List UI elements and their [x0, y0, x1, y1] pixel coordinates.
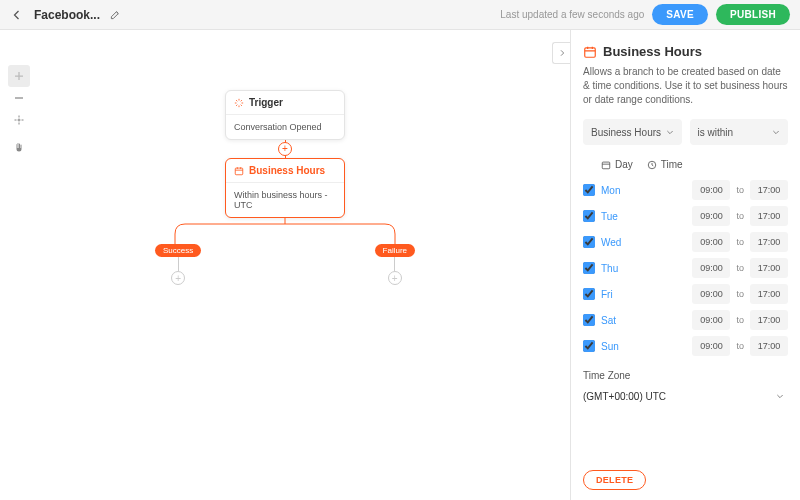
- day-checkbox[interactable]: [583, 236, 595, 248]
- header-bar: Facebook... Last updated a few seconds a…: [0, 0, 800, 30]
- day-row: Wed09:00to17:00: [583, 232, 788, 252]
- day-row: Fri09:00to17:00: [583, 284, 788, 304]
- time-from-input[interactable]: 09:00: [692, 258, 730, 278]
- time-to-input[interactable]: 17:00: [750, 336, 788, 356]
- time-to-input[interactable]: 17:00: [750, 284, 788, 304]
- field-select[interactable]: Business Hours: [583, 119, 682, 145]
- trigger-node-body: Conversation Opened: [226, 115, 344, 139]
- properties-sidebar: Business Hours Allows a branch to be cre…: [570, 30, 800, 500]
- mode-tabs: Day Time: [583, 159, 788, 170]
- day-label: Mon: [601, 185, 627, 196]
- day-checkbox[interactable]: [583, 262, 595, 274]
- flow-name: Facebook...: [34, 8, 100, 22]
- day-tab-label: Day: [615, 159, 633, 170]
- time-from-input[interactable]: 09:00: [692, 206, 730, 226]
- trigger-node-title: Trigger: [249, 97, 283, 108]
- svg-rect-3: [602, 162, 610, 169]
- day-checkbox[interactable]: [583, 184, 595, 196]
- trigger-node-header: Trigger: [226, 91, 344, 115]
- collapse-sidebar-button[interactable]: [552, 42, 570, 64]
- to-label: to: [736, 237, 744, 247]
- zoom-in-button[interactable]: [8, 65, 30, 87]
- day-label: Thu: [601, 263, 627, 274]
- condition-select-value: is within: [698, 127, 734, 138]
- timezone-section: Time Zone (GMT+00:00) UTC: [583, 370, 788, 407]
- day-checkbox[interactable]: [583, 340, 595, 352]
- time-from-input[interactable]: 09:00: [692, 284, 730, 304]
- day-tab[interactable]: Day: [601, 159, 633, 170]
- day-checkbox[interactable]: [583, 314, 595, 326]
- time-to-input[interactable]: 17:00: [750, 310, 788, 330]
- day-row: Sat09:00to17:00: [583, 310, 788, 330]
- trigger-icon: [234, 98, 244, 108]
- chevron-down-icon: [776, 392, 784, 400]
- zoom-out-button[interactable]: [8, 87, 30, 109]
- publish-button[interactable]: PUBLISH: [716, 4, 790, 25]
- time-from-input[interactable]: 09:00: [692, 336, 730, 356]
- header-right: Last updated a few seconds ago SAVE PUBL…: [500, 4, 790, 25]
- time-tab[interactable]: Time: [647, 159, 683, 170]
- last-updated-label: Last updated a few seconds ago: [500, 9, 644, 20]
- business-hours-node-header: Business Hours: [226, 159, 344, 183]
- time-to-input[interactable]: 17:00: [750, 232, 788, 252]
- time-from-input[interactable]: 09:00: [692, 180, 730, 200]
- condition-selects: Business Hours is within: [583, 119, 788, 145]
- day-label: Fri: [601, 289, 627, 300]
- time-to-input[interactable]: 17:00: [750, 180, 788, 200]
- success-connector: [178, 257, 179, 271]
- field-select-value: Business Hours: [591, 127, 661, 138]
- add-step-button[interactable]: +: [278, 142, 292, 156]
- success-branch: Success +: [155, 244, 201, 285]
- failure-pill[interactable]: Failure: [375, 244, 415, 257]
- pan-button[interactable]: [8, 137, 30, 159]
- timezone-label: Time Zone: [583, 370, 788, 381]
- time-from-input[interactable]: 09:00: [692, 232, 730, 252]
- back-button[interactable]: [10, 8, 24, 22]
- to-label: to: [736, 289, 744, 299]
- timezone-value: (GMT+00:00) UTC: [583, 391, 666, 402]
- branch-row: Success + Failure +: [155, 244, 415, 285]
- day-label: Sun: [601, 341, 627, 352]
- delete-button[interactable]: DELETE: [583, 470, 646, 490]
- add-failure-step[interactable]: +: [388, 271, 402, 285]
- flow-canvas[interactable]: Trigger Conversation Opened + Business H…: [0, 30, 570, 500]
- failure-connector: [394, 257, 395, 271]
- day-row: Mon09:00to17:00: [583, 180, 788, 200]
- day-checkbox[interactable]: [583, 210, 595, 222]
- business-hours-node[interactable]: Business Hours Within business hours - U…: [225, 158, 345, 218]
- success-pill[interactable]: Success: [155, 244, 201, 257]
- fit-view-button[interactable]: [8, 109, 30, 131]
- connector-1: +: [285, 140, 286, 158]
- svg-rect-2: [585, 47, 596, 56]
- header-left: Facebook...: [10, 8, 122, 22]
- day-label: Tue: [601, 211, 627, 222]
- to-label: to: [736, 341, 744, 351]
- pencil-icon[interactable]: [110, 9, 122, 21]
- chevron-down-icon: [772, 128, 780, 136]
- trigger-node[interactable]: Trigger Conversation Opened: [225, 90, 345, 140]
- failure-branch: Failure +: [375, 244, 415, 285]
- day-checkbox[interactable]: [583, 288, 595, 300]
- day-row: Tue09:00to17:00: [583, 206, 788, 226]
- svg-rect-1: [235, 168, 243, 175]
- to-label: to: [736, 211, 744, 221]
- calendar-icon: [234, 166, 244, 176]
- flow-container: Trigger Conversation Opened + Business H…: [155, 90, 415, 285]
- timezone-select[interactable]: (GMT+00:00) UTC: [583, 385, 788, 407]
- day-row: Sun09:00to17:00: [583, 336, 788, 356]
- chevron-down-icon: [666, 128, 674, 136]
- day-label: Sat: [601, 315, 627, 326]
- time-from-input[interactable]: 09:00: [692, 310, 730, 330]
- save-button[interactable]: SAVE: [652, 4, 708, 25]
- business-hours-node-title: Business Hours: [249, 165, 325, 176]
- sidebar-title-text: Business Hours: [603, 44, 702, 59]
- time-to-input[interactable]: 17:00: [750, 258, 788, 278]
- condition-select[interactable]: is within: [690, 119, 789, 145]
- add-success-step[interactable]: +: [171, 271, 185, 285]
- days-list: Mon09:00to17:00Tue09:00to17:00Wed09:00to…: [583, 180, 788, 356]
- to-label: to: [736, 263, 744, 273]
- calendar-icon: [601, 160, 611, 170]
- time-to-input[interactable]: 17:00: [750, 206, 788, 226]
- time-tab-label: Time: [661, 159, 683, 170]
- sidebar-title: Business Hours: [583, 44, 788, 59]
